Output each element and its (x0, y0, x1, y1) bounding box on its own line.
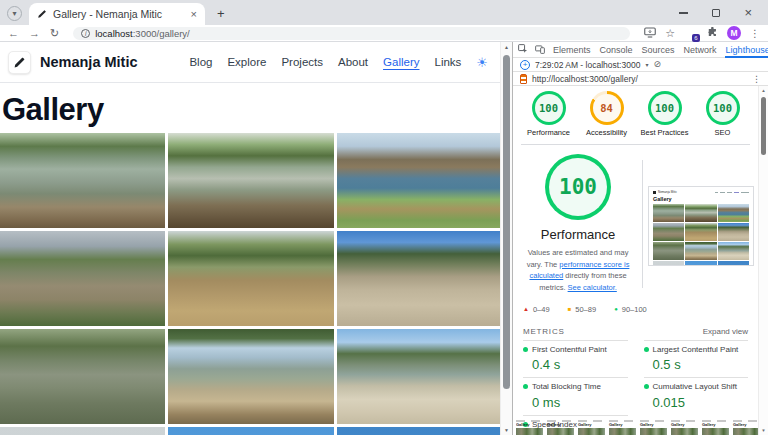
score-seo[interactable]: 100 SEO (699, 91, 747, 137)
devtools-tab-sources[interactable]: Sources (641, 42, 676, 58)
window-maximize-icon[interactable] (712, 9, 720, 17)
metric-name: Cumulative Layout Shift (653, 382, 738, 392)
gallery-grid (0, 133, 502, 435)
metric-name: Total Blocking Time (532, 382, 601, 392)
score-label: Accessibility (586, 128, 627, 137)
metric-name-row: First Contentful Paint (523, 345, 628, 355)
inspect-element-icon[interactable] (518, 44, 528, 56)
devtools-scrollbar[interactable]: ▲ ▼ (758, 86, 768, 435)
gallery-photo-flooded-river[interactable] (168, 231, 333, 326)
devtools-tab-elements[interactable]: Elements (552, 42, 592, 58)
expand-view-button[interactable]: Expand view (703, 327, 748, 336)
extensions-puzzle-icon[interactable] (707, 24, 718, 42)
nav-item-gallery[interactable]: Gallery (383, 56, 419, 68)
tab-close-icon[interactable]: × (191, 9, 197, 20)
scroll-up-icon[interactable]: ▲ (501, 44, 512, 50)
thumb-photo (653, 223, 684, 241)
legend-fail: ▲0–49 (523, 305, 550, 314)
window-close-icon[interactable]: × (744, 9, 752, 17)
thumb-photo (685, 261, 716, 266)
tab-search-icon[interactable]: ▾ (7, 6, 22, 21)
frame-image (702, 428, 729, 435)
gallery-photo-cloudy-river[interactable] (0, 231, 165, 326)
metric-cls: Cumulative Layout Shift 0.015 (644, 377, 749, 415)
gallery-photo-lake-hills-campsite[interactable] (337, 133, 502, 228)
gallery-photo-promenade[interactable] (168, 329, 333, 424)
thumb-photo (653, 204, 684, 222)
metrics-title: METRICS (523, 327, 565, 336)
nav-item-about[interactable]: About (338, 56, 368, 68)
report-menu-kebab-icon[interactable]: ⋮ (752, 74, 761, 84)
reload-icon[interactable]: ↻ (50, 28, 59, 39)
score-legend: ▲0–49 ■50–89 ●90–100 (513, 294, 758, 314)
chrome-menu-kebab-icon[interactable]: ⋮ (750, 28, 760, 39)
device-toolbar-icon[interactable] (535, 44, 545, 56)
gallery-photo-canal-walkway[interactable] (337, 329, 502, 424)
nav-item-projects[interactable]: Projects (281, 56, 323, 68)
see-calculator-link[interactable]: See calculator. (568, 283, 617, 292)
gallery-photo-bluesky-partial[interactable] (168, 427, 333, 435)
extension-button[interactable]: 6 (684, 26, 698, 40)
gallery-photo-calm-river[interactable] (0, 329, 165, 424)
thumb-header: Nemanja Mitic (653, 190, 749, 195)
legend-average: ■50–89 (568, 305, 596, 314)
profile-avatar[interactable]: M (727, 26, 741, 40)
nav-item-blog[interactable]: Blog (189, 56, 212, 68)
devtools-scrollbar-thumb[interactable] (761, 97, 766, 155)
scroll-down-icon[interactable]: ▼ (759, 428, 768, 433)
frame-label: Gallery (547, 423, 574, 427)
forward-icon[interactable]: → (29, 28, 40, 39)
frame-label: Gallery (702, 423, 729, 427)
metric-value: 0 ms (532, 395, 628, 410)
new-tab-button[interactable]: + (217, 7, 225, 20)
filmstrip-frame: Gallery (671, 420, 698, 435)
page-scrollbar[interactable]: ▲ ▼ (500, 42, 512, 435)
thumb-photo (718, 204, 749, 222)
metric-fcp: First Contentful Paint 0.4 s (523, 340, 628, 378)
gallery-photo-bluesky-trees-partial[interactable] (337, 427, 502, 435)
performance-section-title: Performance (541, 227, 615, 242)
gallery-photo-river-rapids-rocks[interactable] (0, 133, 165, 228)
theme-toggle-sun-icon[interactable]: ☀ (476, 56, 488, 69)
metric-name-row: Largest Contentful Paint (644, 345, 749, 355)
frame-label: Gallery (733, 423, 758, 427)
page-scrollbar-thumb[interactable] (503, 55, 510, 389)
nav-item-links[interactable]: Links (434, 56, 461, 68)
site-brand[interactable]: Nemanja Mitic (40, 54, 138, 70)
score-accessibility[interactable]: 84 Accessibility (583, 91, 631, 137)
score-best-practices[interactable]: 100 Best Practices (641, 91, 689, 137)
gallery-photo-overcast-partial[interactable] (0, 427, 165, 435)
score-label: Performance (527, 128, 570, 137)
new-report-plus-icon[interactable]: + (520, 60, 530, 70)
cast-icon[interactable] (644, 24, 656, 42)
scroll-up-icon[interactable]: ▲ (759, 88, 768, 93)
site-logo-pen-icon[interactable] (8, 51, 31, 74)
frame-label: Gallery (640, 423, 667, 427)
gallery-photo-river-rapids-bright[interactable] (168, 133, 333, 228)
filmstrip-frame: Gallery (609, 420, 636, 435)
address-bar[interactable]: i localhost:3000/gallery/ (73, 27, 630, 40)
thumb-photo (653, 261, 684, 266)
bookmark-star-icon[interactable]: ☆ (665, 27, 675, 40)
performance-section: 100 Performance Values are estimated and… (513, 145, 758, 294)
score-performance[interactable]: 100 Performance (525, 91, 573, 137)
clear-reports-icon[interactable]: ⊘ (653, 60, 661, 69)
pass-dot-icon (523, 384, 528, 389)
back-icon[interactable]: ← (8, 28, 19, 39)
legend-triangle-icon: ▲ (523, 306, 529, 312)
report-run-label[interactable]: 7:29:02 AM - localhost:3000 (535, 60, 640, 70)
gallery-photo-dry-riverbed[interactable] (337, 231, 502, 326)
devtools-tab-console[interactable]: Console (599, 42, 634, 58)
browser-tab[interactable]: Gallery - Nemanja Mitic × (29, 3, 205, 25)
scroll-down-icon[interactable]: ▼ (501, 427, 512, 433)
frame-image (516, 428, 543, 435)
devtools-tab-network[interactable]: Network (683, 42, 718, 58)
thumb-nav (715, 192, 749, 194)
run-dropdown-icon[interactable]: ▾ (645, 61, 648, 68)
performance-score: 100 (539, 102, 558, 114)
nav-item-explore[interactable]: Explore (227, 56, 266, 68)
site-info-icon[interactable]: i (81, 29, 90, 38)
performance-big-gauge[interactable]: 100 (545, 154, 611, 220)
window-minimize-icon[interactable] (679, 12, 688, 14)
devtools-tab-lighthouse[interactable]: Lighthouse (725, 42, 768, 58)
